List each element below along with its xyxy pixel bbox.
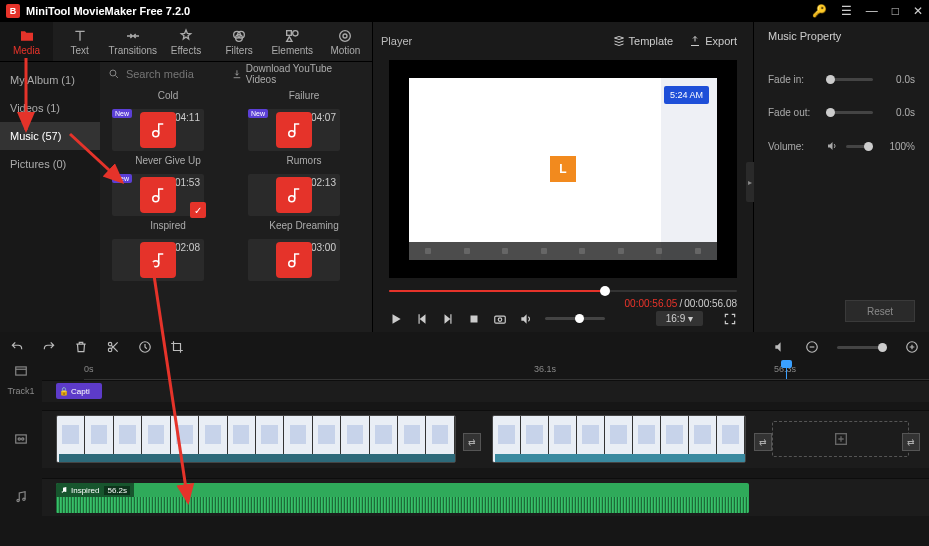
template-button[interactable]: Template xyxy=(605,31,682,51)
audio-clip-duration: 56.2s xyxy=(104,486,130,495)
fade-in-slider[interactable] xyxy=(826,78,873,81)
volume-slider[interactable] xyxy=(545,317,605,320)
volume-icon[interactable] xyxy=(519,312,533,326)
audio-track: Inspired 56.2s xyxy=(0,478,929,516)
text-icon xyxy=(72,28,88,44)
player-controls: 16:9 ▾ xyxy=(381,309,745,326)
media-grid: ColdFailureNew04:11Never Give UpNew04:07… xyxy=(100,86,372,332)
undo-button[interactable] xyxy=(10,340,24,354)
search-icon xyxy=(108,68,120,80)
media-card[interactable]: New01:53✓Inspired xyxy=(112,174,224,231)
playhead[interactable] xyxy=(786,362,787,379)
search-input[interactable] xyxy=(126,68,226,80)
audio-icon[interactable] xyxy=(773,340,787,354)
delete-button[interactable] xyxy=(74,340,88,354)
tab-label: Transitions xyxy=(109,45,158,56)
volume-value: 100% xyxy=(881,141,915,152)
music-icon xyxy=(276,112,312,148)
collapse-panel-button[interactable]: ▸ xyxy=(746,162,754,202)
snapshot-button[interactable] xyxy=(493,312,507,326)
properties-heading: Music Property xyxy=(768,30,915,42)
svg-point-29 xyxy=(62,491,63,492)
prev-button[interactable] xyxy=(415,312,429,326)
fade-out-slider[interactable] xyxy=(826,111,873,114)
app-logo: B xyxy=(6,4,20,18)
media-card[interactable]: New04:07Rumors xyxy=(248,109,360,166)
svg-point-10 xyxy=(153,196,159,202)
tab-label: Filters xyxy=(226,45,253,56)
aspect-ratio-select[interactable]: 16:9 ▾ xyxy=(656,311,703,326)
ruler-mark: 0s xyxy=(84,364,94,374)
fade-out-label: Fade out: xyxy=(768,107,818,118)
preview-canvas[interactable]: 5:24 AM L xyxy=(389,60,737,278)
tab-elements[interactable]: Elements xyxy=(266,22,319,61)
menu-icon[interactable]: ☰ xyxy=(841,4,852,18)
tab-transitions[interactable]: Transitions xyxy=(106,22,159,61)
seek-bar[interactable] xyxy=(389,288,737,294)
video-clip-1[interactable]: 36.1s xyxy=(56,415,456,463)
timeline-panel: 0s 36.1s 56.3s Track1 🔒 Capti 36.1s xyxy=(0,332,929,546)
svg-point-24 xyxy=(18,438,20,440)
zoom-slider[interactable] xyxy=(837,346,887,349)
timeline-ruler[interactable]: 0s 36.1s 56.3s xyxy=(84,362,929,380)
svg-point-27 xyxy=(17,499,19,501)
zoom-in-button[interactable] xyxy=(905,340,919,354)
caption-clip[interactable]: 🔒 Capti xyxy=(56,383,102,399)
tab-effects[interactable]: Effects xyxy=(159,22,212,61)
caption-track: Track1 🔒 Capti xyxy=(0,380,929,402)
svg-point-8 xyxy=(153,131,159,137)
transition-2[interactable]: ⇄ xyxy=(754,433,772,451)
sidebar-item-pictures[interactable]: Pictures (0) xyxy=(0,150,100,178)
media-card[interactable]: 03:00 xyxy=(248,239,360,285)
transition-3[interactable]: ⇄ xyxy=(902,433,920,451)
media-card[interactable]: New04:11Never Give Up xyxy=(112,109,224,166)
tab-filters[interactable]: Filters xyxy=(213,22,266,61)
video-drop-zone[interactable] xyxy=(772,421,909,457)
volume-prop-slider[interactable] xyxy=(846,145,873,148)
media-card[interactable]: Failure xyxy=(248,86,360,101)
audio-clip[interactable]: Inspired 56.2s xyxy=(56,483,749,513)
sidebar-item-videos[interactable]: Videos (1) xyxy=(0,94,100,122)
crop-button[interactable] xyxy=(170,340,184,354)
video-track-icon xyxy=(14,432,28,446)
fullscreen-button[interactable] xyxy=(723,312,737,326)
tab-label: Motion xyxy=(330,45,360,56)
tab-label: Text xyxy=(71,45,89,56)
play-button[interactable] xyxy=(389,312,403,326)
close-button[interactable]: ✕ xyxy=(913,4,923,18)
split-button[interactable] xyxy=(106,340,120,354)
export-button[interactable]: Export xyxy=(681,31,745,51)
download-youtube-button[interactable]: Download YouTube Videos xyxy=(232,63,364,85)
tab-text[interactable]: Text xyxy=(53,22,106,61)
next-button[interactable] xyxy=(441,312,455,326)
preview-time-badge: 5:24 AM xyxy=(664,86,709,104)
media-card[interactable]: 02:13Keep Dreaming xyxy=(248,174,360,231)
minimize-button[interactable]: — xyxy=(866,4,878,18)
zoom-out-button[interactable] xyxy=(805,340,819,354)
maximize-button[interactable]: □ xyxy=(892,4,899,18)
timeline-toolbar xyxy=(0,332,929,362)
motion-icon xyxy=(337,28,353,44)
key-icon[interactable]: 🔑 xyxy=(812,4,827,18)
download-label: Download YouTube Videos xyxy=(246,63,364,85)
time-sep: / xyxy=(679,298,682,309)
reset-button[interactable]: Reset xyxy=(845,300,915,322)
media-card[interactable]: Cold xyxy=(112,86,224,101)
preview-avatar: L xyxy=(550,156,576,182)
speed-button[interactable] xyxy=(138,340,152,354)
export-icon xyxy=(689,35,701,47)
tab-label: Elements xyxy=(271,45,313,56)
redo-button[interactable] xyxy=(42,340,56,354)
tab-media[interactable]: Media xyxy=(0,22,53,61)
library-panel: Media Text Transitions Effects Filters E… xyxy=(0,22,372,332)
audio-clip-name: Inspired xyxy=(71,486,99,495)
media-card[interactable]: 02:08 xyxy=(112,239,224,285)
video-clip-2[interactable] xyxy=(492,415,746,463)
volume-icon xyxy=(826,140,838,152)
sidebar-item-album[interactable]: My Album (1) xyxy=(0,66,100,94)
transition-1[interactable]: ⇄ xyxy=(463,433,481,451)
sidebar-item-music[interactable]: Music (57) xyxy=(0,122,100,150)
svg-point-25 xyxy=(22,438,24,440)
tab-motion[interactable]: Motion xyxy=(319,22,372,61)
stop-button[interactable] xyxy=(467,312,481,326)
